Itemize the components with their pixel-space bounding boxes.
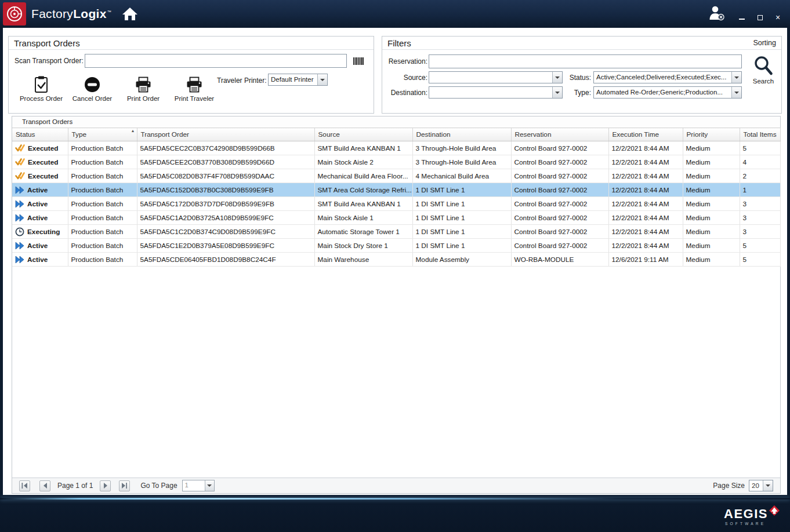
table-row[interactable]: ActiveProduction Batch5A5FDA5C1A2D0B3725…: [12, 211, 780, 225]
go-to-page-input[interactable]: 1: [182, 480, 215, 491]
factorylogix-logo: [3, 2, 26, 25]
traveler-printer-label: Traveler Printer:: [217, 76, 267, 85]
status-active-icon: [15, 186, 24, 194]
destination-select[interactable]: [429, 86, 563, 99]
process-order-button[interactable]: Process Order: [16, 73, 67, 102]
maximize-icon: [758, 15, 763, 20]
grid-cell: Production Batch: [68, 225, 137, 239]
grid-cell: 12/2/2021 8:44 AM: [608, 197, 683, 211]
last-page-button[interactable]: [119, 480, 130, 491]
grid-cell: 1 DI SMT Line 1: [412, 225, 511, 239]
grid-cell: 3 Through-Hole Build Area: [412, 155, 511, 169]
column-header-type[interactable]: Type▲: [68, 128, 137, 141]
grid-cell: Control Board 927-0002: [511, 183, 608, 197]
column-header-reservation[interactable]: Reservation: [511, 128, 608, 141]
grid-cell-status: Active: [12, 253, 68, 267]
search-button[interactable]: Search: [748, 54, 779, 85]
page-size-select[interactable]: 20: [749, 480, 773, 491]
status-label: Active: [27, 242, 48, 250]
scan-transport-order-input[interactable]: [85, 54, 347, 68]
grid-cell: 5A5FDA5C1E2D0B379A5E08D9B599E9FC: [137, 239, 314, 253]
chevron-down-icon[interactable]: [731, 72, 741, 83]
table-row[interactable]: ActiveProduction Batch5A5FDA5CDE06405FBD…: [12, 253, 780, 267]
chevron-down-icon[interactable]: [763, 480, 773, 491]
close-icon: ×: [775, 14, 780, 21]
maximize-button[interactable]: [756, 13, 764, 21]
grid-cell: 5A5FDA5C172D0B37D7DF08D9B599E9FB: [137, 197, 314, 211]
table-row[interactable]: ActiveProduction Batch5A5FDA5C172D0B37D7…: [12, 197, 780, 211]
grid-cell: 5: [740, 239, 780, 253]
grid-cell: 5A5FDA5C152D0B37B0C308D9B599E9FB: [137, 183, 314, 197]
grid-cell: Production Batch: [68, 239, 137, 253]
minimize-button[interactable]: [738, 13, 746, 21]
chevron-down-icon[interactable]: [731, 87, 741, 98]
cancel-order-button[interactable]: Cancel Order: [67, 73, 118, 102]
table-row[interactable]: ExecutedProduction Batch5A5FDA5CEC2C0B37…: [12, 141, 780, 155]
grid-cell: Production Batch: [68, 253, 137, 267]
reservation-input[interactable]: [429, 54, 742, 68]
status-filter-select[interactable]: Active;Canceled;Delivered;Executed;Exec.…: [593, 71, 742, 83]
sorting-header[interactable]: Sorting: [753, 39, 776, 47]
source-select[interactable]: [429, 71, 563, 83]
status-executing-icon: [15, 227, 24, 236]
previous-page-button[interactable]: [39, 480, 50, 491]
grid-cell: 5: [740, 141, 780, 155]
column-header-priority[interactable]: Priority: [683, 128, 740, 141]
page-size-label: Page Size: [713, 482, 745, 490]
page-size-value: 20: [749, 480, 763, 491]
grid-cell-status: Executed: [12, 141, 68, 155]
grid-cell: 1 DI SMT Line 1: [412, 183, 511, 197]
column-header-status[interactable]: Status: [12, 128, 68, 141]
table-row[interactable]: ExecutedProduction Batch5A5FDA5CEE2C0B37…: [12, 155, 780, 169]
grid-cell: Medium: [683, 197, 740, 211]
aegis-logo: AEGIS SOFTWARE: [724, 508, 780, 526]
grid-cell: 12/2/2021 8:44 AM: [608, 183, 683, 197]
table-row[interactable]: ExecutingProduction Batch5A5FDA5C1C2D0B3…: [12, 225, 780, 239]
table-row[interactable]: ActiveProduction Batch5A5FDA5C1E2D0B379A…: [12, 239, 780, 253]
status-filter-value: Active;Canceled;Delivered;Executed;Exec.…: [594, 72, 731, 83]
destination-value: [429, 87, 552, 98]
type-filter-select[interactable]: Automated Re-Order;Generic;Production...: [593, 86, 742, 99]
column-header-execution-time[interactable]: Execution Time: [608, 128, 683, 141]
chevron-down-icon[interactable]: [205, 480, 214, 491]
search-icon: [753, 54, 774, 76]
print-traveler-button[interactable]: Print Traveler: [169, 73, 220, 102]
grid-cell: 3: [740, 225, 780, 239]
grid-cell: SMT Build Area KANBAN 1: [314, 197, 412, 211]
status-executed-icon: [15, 172, 25, 180]
transport-orders-grid: Transport Orders StatusType▲Transport Or…: [12, 116, 781, 494]
aegis-arrow-icon: [769, 505, 780, 518]
print-order-button[interactable]: Print Order: [118, 73, 169, 102]
grid-cell: 12/2/2021 8:44 AM: [608, 225, 683, 239]
first-page-button[interactable]: [19, 480, 30, 491]
grid-cell: 5A5FDA5C1A2D0B3725A108D9B599E9FC: [137, 211, 314, 225]
grid-cell: 2: [740, 169, 780, 183]
chevron-down-icon[interactable]: [317, 74, 327, 85]
pager: Page 1 of 1 Go To Page 1 Page Size 20: [12, 478, 780, 493]
column-header-source[interactable]: Source: [314, 128, 412, 141]
process-order-icon: [33, 73, 49, 93]
go-to-page-label: Go To Page: [140, 482, 177, 490]
print-order-icon: [135, 73, 152, 93]
close-button[interactable]: ×: [774, 13, 782, 21]
grid-cell: Production Batch: [68, 211, 137, 225]
grid-cell: SMT Area Cold Storage Refri...: [314, 183, 412, 197]
traveler-printer-select[interactable]: Default Printer: [268, 74, 328, 86]
home-button[interactable]: [122, 7, 138, 21]
status-label: Active: [27, 186, 48, 194]
status-label: Active: [27, 256, 48, 264]
grid-cell: 4 Mechanical Build Area: [412, 169, 511, 183]
grid-cell: Control Board 927-0002: [511, 141, 608, 155]
table-row[interactable]: ActiveProduction Batch5A5FDA5C152D0B37B0…: [12, 183, 780, 197]
cancel-order-label: Cancel Order: [73, 95, 112, 102]
process-order-label: Process Order: [20, 95, 63, 102]
user-logout-button[interactable]: [708, 5, 725, 23]
column-header-total-items[interactable]: Total Items: [740, 128, 780, 141]
filters-panel: Filters Sorting Reservation: Source: Sta…: [382, 36, 782, 114]
table-row[interactable]: ExecutedProduction Batch5A5FDA5C082D0B37…: [12, 169, 780, 183]
column-header-destination[interactable]: Destination: [412, 128, 511, 141]
grid-cell: Medium: [683, 253, 740, 267]
status-executed-icon: [15, 158, 25, 166]
next-page-button[interactable]: [100, 480, 111, 491]
column-header-transport-order[interactable]: Transport Order: [137, 128, 314, 141]
